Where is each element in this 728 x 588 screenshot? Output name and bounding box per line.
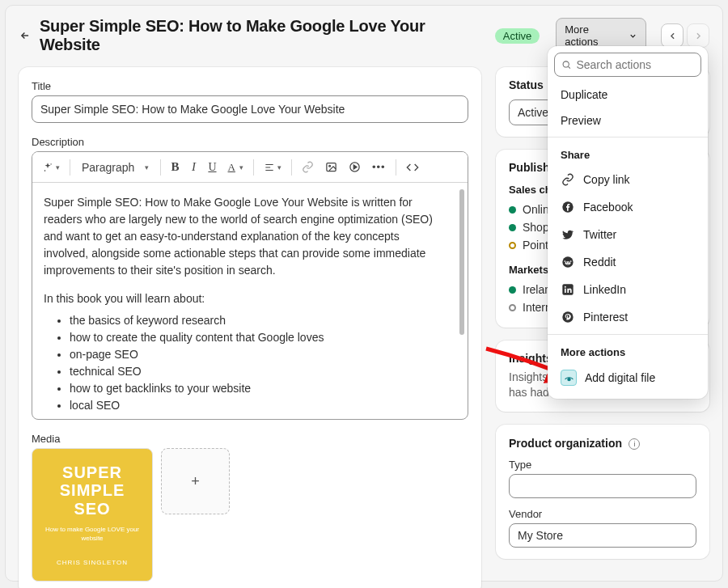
share-linkedin[interactable]: LinkedIn [554,276,701,303]
next-page-button[interactable] [687,23,709,48]
rte-paragraph-dropdown[interactable]: Paragraph ▾ [75,158,155,177]
scrollbar[interactable] [459,189,464,335]
rte-more-button[interactable]: ••• [367,158,391,176]
search-actions-field[interactable] [554,53,701,77]
rte-bold-button[interactable]: B [166,157,184,177]
share-pinterest[interactable]: Pinterest [554,303,701,331]
type-input[interactable] [509,474,696,498]
vendor-label: Vendor [509,508,696,520]
media-label: Media [32,433,468,445]
type-label: Type [509,459,696,471]
rte-toolbar: ▾ Paragraph ▾ B I U A▾ [32,152,468,183]
share-copy-link[interactable]: Copy link [554,166,701,193]
add-media-button[interactable]: + [161,448,230,514]
pinterest-icon [561,310,575,324]
description-bullet: the basics of keyword research [70,312,447,329]
description-para2: In this book you will learn about: [44,290,447,307]
link-icon [561,172,575,187]
status-dot-icon [509,304,516,311]
twitter-icon [561,227,575,242]
media-thumbnail[interactable]: SUPER SIMPLE SEO How to make Google LOVE… [32,448,153,582]
svg-point-15 [569,262,569,263]
action-preview[interactable]: Preview [554,108,701,133]
title-input[interactable] [32,95,468,123]
svg-point-9 [563,61,569,67]
vendor-input[interactable] [509,523,696,548]
search-icon [561,59,571,70]
more-actions-label: More actions [565,23,624,48]
plus-icon: + [191,473,200,490]
svg-point-1 [44,170,46,171]
svg-point-6 [329,165,331,167]
svg-point-14 [566,262,567,263]
description-bullet: technical SEO [70,363,447,380]
title-label: Title [32,80,468,92]
more-actions-popover: Duplicate Preview Share Copy link Facebo… [548,46,708,399]
back-button[interactable] [19,29,32,42]
rte-align-button[interactable]: ▾ [259,159,286,176]
page-title: Super Simple SEO: How to Make Google Lov… [40,17,487,54]
description-bullet: how to create the quality content that G… [70,329,447,346]
more-actions-heading: More actions [554,338,701,363]
organization-heading: Product organization [509,437,622,450]
search-actions-input[interactable] [576,58,694,71]
description-editor[interactable]: Super Simple SEO: How to Make Google Lov… [32,183,468,419]
rte-code-button[interactable] [401,158,424,177]
status-dot-icon [509,224,516,231]
rte-image-button[interactable] [320,158,342,176]
share-heading: Share [554,141,701,166]
facebook-icon [561,200,575,214]
chevron-down-icon [629,32,637,40]
svg-point-16 [570,260,572,262]
rte-ai-button[interactable]: ▾ [37,159,65,176]
description-bullet: local SEO [70,397,447,414]
info-icon[interactable]: i [629,438,640,450]
chevron-right-icon [693,31,704,41]
svg-point-0 [50,163,51,164]
action-add-digital-file[interactable]: Add digital file [554,363,701,392]
rte-video-button[interactable] [344,158,366,176]
description-label: Description [32,136,468,148]
share-facebook[interactable]: Facebook [554,193,701,221]
svg-line-10 [569,66,570,68]
description-bullet: how to get backlinks to your website [70,380,447,397]
linkedin-icon [561,282,575,297]
rte-italic-button[interactable]: I [185,157,201,177]
share-reddit[interactable]: Reddit [554,248,701,276]
status-dot-icon [509,242,516,249]
reddit-icon [561,255,575,269]
svg-point-21 [562,311,573,322]
rte-color-button[interactable]: A▾ [223,158,248,177]
svg-point-22 [567,378,569,380]
share-twitter[interactable]: Twitter [554,221,701,248]
digital-file-icon [561,370,577,386]
organization-card: Product organization i Type Vendor [496,425,709,559]
status-dot-icon [509,206,516,214]
svg-point-17 [564,260,565,262]
svg-point-20 [565,286,566,288]
description-bullet: on-page SEO [70,346,447,363]
svg-rect-19 [565,289,566,293]
chevron-left-icon [667,31,678,41]
rte-link-button[interactable] [297,158,319,176]
rte-underline-button[interactable]: U [203,158,221,177]
prev-page-button[interactable] [661,23,684,48]
svg-marker-8 [353,165,357,169]
description-para1: Super Simple SEO: How to Make Google Lov… [44,194,447,279]
status-badge: Active [495,28,540,44]
status-dot-icon [509,286,516,294]
action-duplicate[interactable]: Duplicate [554,82,701,108]
